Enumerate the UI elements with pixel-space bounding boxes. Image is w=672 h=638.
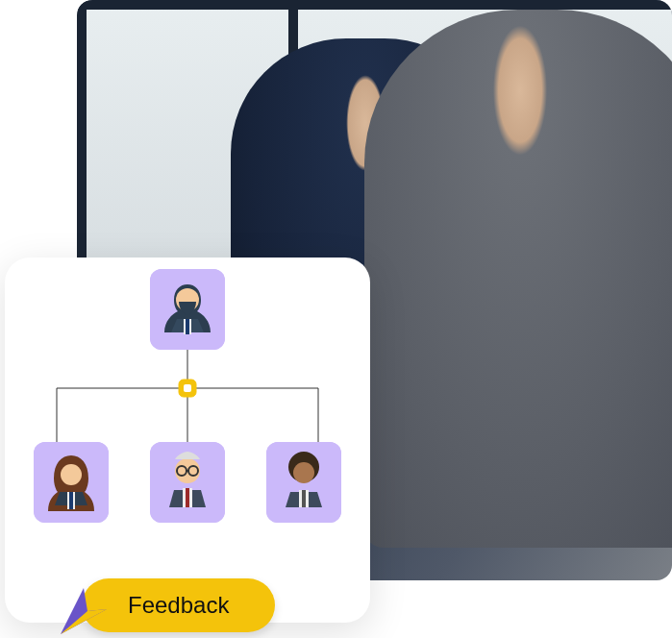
org-children-row [5,442,370,523]
feedback-button-label: Feedback [128,592,229,618]
svg-rect-21 [302,490,306,507]
svg-rect-3 [186,319,189,334]
org-connectors [34,350,341,455]
cursor-arrow-icon [55,582,112,638]
person-glasses-icon [150,442,225,523]
org-root-node [150,269,225,350]
window-frame-bar [77,0,672,10]
svg-point-7 [61,464,82,485]
org-chart-card: Feedback [5,258,370,623]
photo-person-2 [364,10,672,548]
person-woman-icon [34,442,109,523]
svg-rect-5 [184,384,191,392]
person-curly-icon [266,442,341,523]
svg-rect-16 [186,488,189,507]
person-beard-icon [150,269,225,350]
feedback-container: Feedback [82,578,275,632]
svg-rect-9 [69,492,73,509]
svg-point-19 [293,462,314,483]
